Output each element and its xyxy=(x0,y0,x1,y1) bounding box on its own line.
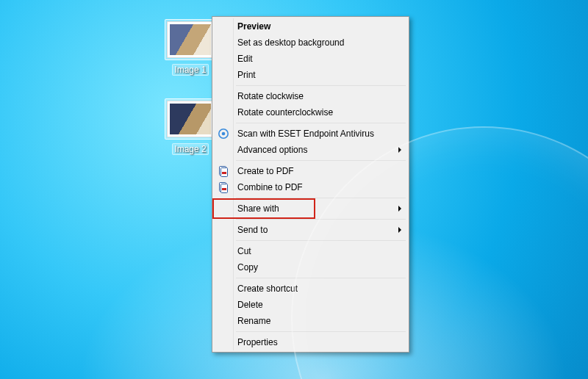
menu-separator xyxy=(236,278,406,278)
menu-item-share-with[interactable]: Share with xyxy=(214,201,407,217)
svg-point-1 xyxy=(222,132,226,136)
menu-item-label: Delete xyxy=(237,300,263,310)
menu-separator xyxy=(236,123,406,123)
menu-item-rotate-clockwise[interactable]: Rotate clockwise xyxy=(214,88,407,104)
menu-item-label: Print xyxy=(237,70,256,80)
menu-item-label: Share with xyxy=(237,203,279,214)
menu-item-print[interactable]: Print xyxy=(214,67,407,83)
menu-item-label: Preview xyxy=(237,21,270,32)
menu-separator xyxy=(236,219,406,220)
menu-item-eset-scan[interactable]: Scan with ESET Endpoint Antivirus xyxy=(214,126,407,142)
menu-separator xyxy=(236,240,406,241)
menu-item-label: Advanced options xyxy=(237,145,307,155)
menu-item-send-to[interactable]: Send to xyxy=(214,222,407,238)
menu-item-label: Rotate clockwise xyxy=(237,91,304,101)
menu-item-label: Cut xyxy=(237,246,251,256)
menu-item-label: Copy xyxy=(237,262,258,272)
desktop-icon-label: Image 1 xyxy=(172,64,208,76)
menu-item-cut[interactable]: Cut xyxy=(214,243,407,259)
menu-separator xyxy=(236,331,406,332)
desktop-icon-image1[interactable]: Image 1 xyxy=(163,19,218,76)
pdf-icon xyxy=(217,165,230,178)
submenu-arrow-icon xyxy=(398,147,401,153)
thumbnail-icon xyxy=(167,21,214,58)
desktop[interactable]: Image 1 Image 2 Preview Set as desktop b… xyxy=(0,0,588,379)
menu-item-delete[interactable]: Delete xyxy=(214,297,407,313)
menu-item-eset-advanced-options[interactable]: Advanced options xyxy=(214,142,407,158)
menu-item-label: Rename xyxy=(237,316,270,326)
menu-item-rename[interactable]: Rename xyxy=(214,313,407,329)
menu-item-label: Scan with ESET Endpoint Antivirus xyxy=(237,129,374,139)
menu-item-edit[interactable]: Edit xyxy=(214,51,407,67)
menu-item-label: Rotate counterclockwise xyxy=(237,107,333,118)
menu-item-set-desktop-background[interactable]: Set as desktop background xyxy=(214,35,407,51)
thumbnail-icon xyxy=(167,101,214,137)
pdf-combine-icon xyxy=(217,181,230,194)
submenu-arrow-icon xyxy=(398,206,401,212)
menu-separator xyxy=(236,198,406,198)
context-menu: Preview Set as desktop background Edit P… xyxy=(212,16,409,353)
svg-rect-4 xyxy=(222,172,226,174)
desktop-icon-image2[interactable]: Image 2 xyxy=(163,98,218,155)
desktop-icon-label: Image 2 xyxy=(172,143,208,155)
menu-item-combine-to-pdf[interactable]: Combine to PDF xyxy=(214,179,407,195)
menu-separator xyxy=(236,85,406,86)
submenu-arrow-icon xyxy=(398,227,401,233)
menu-item-rotate-counterclockwise[interactable]: Rotate counterclockwise xyxy=(214,104,407,120)
menu-item-label: Properties xyxy=(237,337,278,347)
menu-separator xyxy=(236,160,406,161)
menu-item-label: Create to PDF xyxy=(237,166,294,176)
menu-item-preview[interactable]: Preview xyxy=(214,18,407,35)
svg-rect-7 xyxy=(222,188,226,190)
menu-item-label: Send to xyxy=(237,225,268,235)
eset-icon xyxy=(217,127,230,140)
menu-item-properties[interactable]: Properties xyxy=(214,334,407,350)
menu-item-label: Set as desktop background xyxy=(237,37,344,48)
menu-item-label: Edit xyxy=(237,54,253,64)
menu-item-label: Create shortcut xyxy=(237,284,298,294)
menu-item-copy[interactable]: Copy xyxy=(214,259,407,275)
menu-item-label: Combine to PDF xyxy=(237,182,303,192)
menu-item-create-to-pdf[interactable]: Create to PDF xyxy=(214,163,407,179)
menu-item-create-shortcut[interactable]: Create shortcut xyxy=(214,281,407,297)
